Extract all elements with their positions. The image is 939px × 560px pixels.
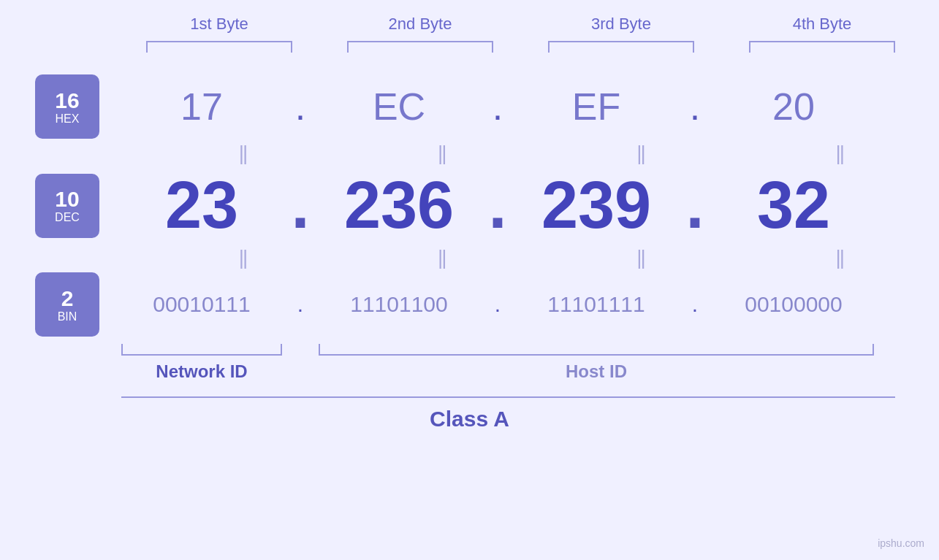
header-byte3: 3rd Byte — [541, 15, 702, 34]
bin-values: 00010111 . 11101100 . 11101111 . 0010000… — [121, 292, 939, 317]
eq-sign-2-2: || — [438, 246, 446, 269]
header-byte4: 4th Byte — [742, 15, 902, 34]
eq1-3: || — [560, 142, 721, 165]
bin-row: 2 BIN 00010111 . 11101100 . 11101111 . 0… — [0, 272, 939, 337]
eq2-3: || — [560, 246, 721, 269]
hex-value-3: EF — [516, 85, 677, 129]
eq1-4: || — [759, 142, 920, 165]
class-section: Class A — [0, 396, 939, 435]
bin-value-4: 00100000 — [713, 292, 874, 317]
eq-sign-2-1: || — [239, 246, 247, 269]
equals-row-1: || || || || — [143, 139, 939, 168]
bin-value-1: 00010111 — [121, 292, 282, 317]
eq1-1: || — [162, 142, 323, 165]
hex-value-2: EC — [319, 85, 479, 129]
bottom-brackets — [121, 344, 939, 356]
hex-dot-3: . — [677, 85, 713, 129]
bracket-network — [121, 344, 282, 356]
eq-sign-1-2: || — [438, 142, 446, 165]
eq2-1: || — [162, 246, 323, 269]
eq2-2: || — [361, 246, 522, 269]
dec-dot-1: . — [282, 168, 319, 243]
byte-headers: 1st Byte 2nd Byte 3rd Byte 4th Byte — [119, 15, 923, 34]
bin-badge-label: BIN — [58, 310, 77, 323]
dec-value-2: 236 — [319, 168, 479, 243]
dec-badge-label: DEC — [55, 211, 80, 224]
watermark: ipshu.com — [878, 537, 924, 549]
main-container: 1st Byte 2nd Byte 3rd Byte 4th Byte 16 H… — [0, 0, 939, 560]
hex-values: 17 . EC . EF . 20 — [121, 85, 939, 129]
eq-sign-2-4: || — [836, 246, 844, 269]
bin-badge: 2 BIN — [35, 272, 99, 337]
dec-row: 10 DEC 23 . 236 . 239 . 32 — [0, 168, 939, 243]
host-spacer — [282, 361, 319, 382]
bracket-gap — [282, 344, 319, 356]
bracket-host — [319, 344, 874, 356]
dec-dot-3: . — [677, 168, 713, 243]
network-id-label: Network ID — [121, 361, 282, 382]
class-label: Class A — [0, 407, 939, 431]
hex-dot-2: . — [479, 85, 516, 129]
bin-value-3: 11101111 — [516, 292, 677, 317]
bottom-labels: Network ID Host ID — [121, 361, 939, 382]
hex-badge-number: 16 — [55, 88, 79, 112]
header-byte1: 1st Byte — [139, 15, 300, 34]
dec-badge-number: 10 — [55, 187, 79, 211]
hex-badge-label: HEX — [56, 112, 80, 126]
bin-value-2: 11101100 — [319, 292, 479, 317]
dec-badge: 10 DEC — [35, 174, 99, 238]
dec-value-1: 23 — [121, 168, 282, 243]
bin-badge-number: 2 — [61, 286, 74, 310]
bracket-top-1 — [146, 41, 292, 53]
dec-values: 23 . 236 . 239 . 32 — [121, 168, 939, 243]
dec-dot-2: . — [479, 168, 516, 243]
hex-row: 16 HEX 17 . EC . EF . 20 — [0, 74, 939, 139]
bin-dot-1: . — [282, 292, 319, 317]
header-byte2: 2nd Byte — [340, 15, 501, 34]
hex-badge: 16 HEX — [35, 74, 99, 139]
dec-value-3: 239 — [516, 168, 677, 243]
eq-sign-1-1: || — [239, 142, 247, 165]
bracket-top-3 — [548, 41, 694, 53]
host-id-label: Host ID — [319, 361, 874, 382]
top-brackets — [119, 41, 923, 53]
eq-sign-1-3: || — [636, 142, 645, 165]
dec-value-4: 32 — [713, 168, 874, 243]
bracket-top-4 — [749, 41, 895, 53]
hex-value-1: 17 — [121, 85, 282, 129]
eq2-4: || — [759, 246, 920, 269]
eq-sign-2-3: || — [636, 246, 645, 269]
eq-sign-1-4: || — [836, 142, 844, 165]
bin-dot-3: . — [677, 292, 713, 317]
class-bracket-line — [121, 396, 895, 398]
equals-row-2: || || || || — [143, 243, 939, 272]
bottom-section: Network ID Host ID — [0, 344, 939, 396]
bracket-top-2 — [347, 41, 493, 53]
eq1-2: || — [361, 142, 522, 165]
hex-value-4: 20 — [713, 85, 874, 129]
bin-dot-2: . — [479, 292, 516, 317]
hex-dot-1: . — [282, 85, 319, 129]
